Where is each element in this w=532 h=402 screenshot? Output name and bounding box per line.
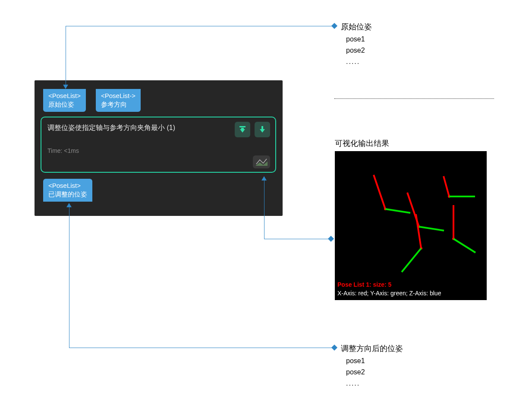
connector-line — [66, 26, 66, 85]
annotation-original-pose: 原始位姿 pose1 pose2 ..... — [341, 22, 372, 66]
svg-line-8 — [416, 214, 421, 248]
connector-line — [66, 26, 334, 26]
connector-line — [69, 207, 69, 348]
viz-overlay-legend: X-Axis: red; Y-Axis: green; Z-Axis: blue — [337, 290, 441, 297]
port-label: 参考方向 — [101, 100, 135, 109]
visualization-icon[interactable] — [253, 155, 270, 168]
list-item: pose2 — [346, 368, 403, 376]
port-type: <PoseList> — [48, 181, 87, 190]
list-item: ..... — [346, 380, 403, 387]
svg-line-6 — [419, 227, 444, 231]
list-item: pose2 — [346, 47, 372, 54]
port-label: 已调整的位姿 — [48, 190, 87, 199]
svg-line-9 — [402, 248, 421, 272]
annotation-adjusted-title: 调整方向后的位姿 — [341, 343, 403, 354]
input-port-reference-direction[interactable]: <PoseList-> 参考方向 — [96, 89, 141, 112]
expand-down-icon[interactable] — [235, 122, 250, 137]
list-item: pose1 — [346, 35, 372, 43]
annotation-viz-title: 可视化输出结果 — [335, 138, 389, 149]
node-time-label: Time: <1ms — [47, 147, 269, 154]
list-item: ..... — [346, 58, 372, 66]
section-divider — [334, 98, 494, 99]
svg-rect-0 — [239, 126, 246, 127]
insert-down-icon[interactable] — [255, 122, 270, 137]
connector-arrow-icon — [63, 85, 68, 89]
connector-arrow-icon — [66, 203, 72, 207]
annotation-adjusted-pose: 调整方向后的位姿 pose1 pose2 ..... — [341, 343, 403, 387]
node-action-icons — [235, 122, 270, 137]
visualization-panel: Pose List 1: size: 5 X-Axis: red; Y-Axis… — [335, 151, 487, 300]
input-port-original-pose[interactable]: <PoseList> 原始位姿 — [43, 89, 86, 112]
list-item: pose1 — [346, 357, 403, 365]
port-type: <PoseList-> — [101, 92, 135, 100]
port-label: 原始位姿 — [48, 100, 81, 109]
connector-arrow-icon — [261, 176, 267, 180]
annotation-original-title: 原始位姿 — [341, 22, 372, 32]
svg-line-2 — [374, 175, 385, 209]
port-type: <PoseList> — [48, 92, 81, 100]
viz-overlay-size: Pose List 1: size: 5 — [337, 281, 391, 288]
node-panel: <PoseList> 原始位姿 <PoseList-> 参考方向 调整位姿使指定… — [35, 80, 283, 216]
svg-line-3 — [385, 209, 410, 213]
output-port-adjusted-pose[interactable]: <PoseList> 已调整的位姿 — [43, 179, 92, 202]
svg-line-12 — [453, 239, 475, 253]
connector-line — [264, 239, 331, 239]
connector-line — [264, 180, 264, 239]
pose-axes-plot — [335, 151, 487, 300]
node-body: 调整位姿使指定轴与参考方向夹角最小 (1) Time: <1ms — [41, 117, 276, 173]
svg-line-14 — [444, 176, 449, 196]
connector-line — [69, 348, 334, 348]
